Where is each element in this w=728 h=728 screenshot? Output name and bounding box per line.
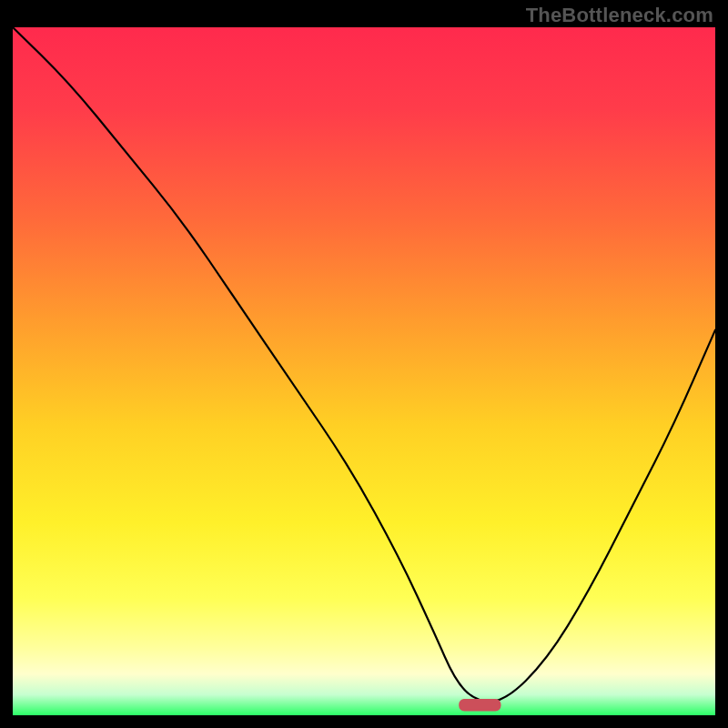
gradient-background: [13, 27, 715, 715]
watermark-text: TheBottleneck.com: [526, 4, 713, 27]
optimum-marker: [459, 699, 500, 712]
plot-area: [13, 27, 715, 715]
chart-frame: TheBottleneck.com: [0, 0, 728, 728]
chart-svg: [13, 27, 715, 715]
